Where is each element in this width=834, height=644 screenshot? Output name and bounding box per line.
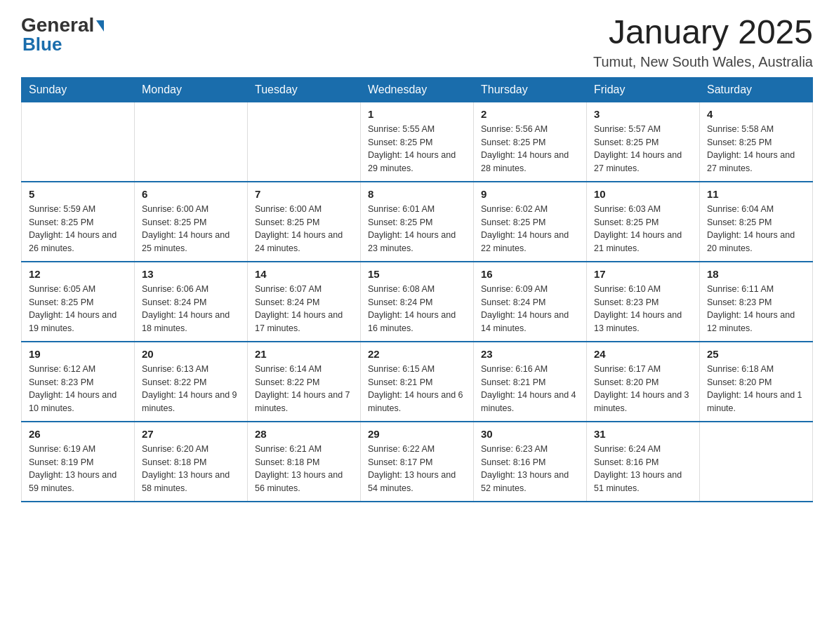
day-number: 25 [707,348,805,360]
calendar-cell: 4Sunrise: 5:58 AMSunset: 8:25 PMDaylight… [700,102,813,182]
calendar-cell: 14Sunrise: 6:07 AMSunset: 8:24 PMDayligh… [248,262,361,342]
day-number: 23 [481,348,579,360]
day-number: 30 [481,428,579,440]
day-number: 21 [255,348,353,360]
calendar-cell: 8Sunrise: 6:01 AMSunset: 8:25 PMDaylight… [361,182,474,262]
day-info: Sunrise: 6:10 AMSunset: 8:23 PMDaylight:… [594,283,692,335]
day-header-row: SundayMondayTuesdayWednesdayThursdayFrid… [22,77,813,102]
day-info: Sunrise: 6:18 AMSunset: 8:20 PMDaylight:… [707,363,805,415]
calendar-week-3: 19Sunrise: 6:12 AMSunset: 8:23 PMDayligh… [22,342,813,422]
day-info: Sunrise: 6:11 AMSunset: 8:23 PMDaylight:… [707,283,805,335]
day-number: 5 [29,188,127,200]
day-header-tuesday: Tuesday [248,77,361,102]
calendar-cell: 17Sunrise: 6:10 AMSunset: 8:23 PMDayligh… [587,262,700,342]
day-header-monday: Monday [135,77,248,102]
calendar-cell: 13Sunrise: 6:06 AMSunset: 8:24 PMDayligh… [135,262,248,342]
day-header-wednesday: Wednesday [361,77,474,102]
day-number: 8 [368,188,466,200]
day-info: Sunrise: 6:17 AMSunset: 8:20 PMDaylight:… [594,363,692,415]
day-number: 10 [594,188,692,200]
day-number: 26 [29,428,127,440]
calendar-cell: 30Sunrise: 6:23 AMSunset: 8:16 PMDayligh… [474,422,587,502]
calendar-cell: 6Sunrise: 6:00 AMSunset: 8:25 PMDaylight… [135,182,248,262]
day-number: 18 [707,268,805,280]
calendar-cell [135,102,248,182]
day-info: Sunrise: 6:24 AMSunset: 8:16 PMDaylight:… [594,443,692,495]
day-info: Sunrise: 5:57 AMSunset: 8:25 PMDaylight:… [594,123,692,175]
calendar-cell: 23Sunrise: 6:16 AMSunset: 8:21 PMDayligh… [474,342,587,422]
main-title: January 2025 [593,14,813,51]
calendar-cell: 7Sunrise: 6:00 AMSunset: 8:25 PMDaylight… [248,182,361,262]
logo-blue-text: Blue [22,34,62,55]
day-number: 12 [29,268,127,280]
day-number: 6 [142,188,240,200]
day-info: Sunrise: 6:14 AMSunset: 8:22 PMDaylight:… [255,363,353,415]
calendar-cell: 15Sunrise: 6:08 AMSunset: 8:24 PMDayligh… [361,262,474,342]
day-info: Sunrise: 6:21 AMSunset: 8:18 PMDaylight:… [255,443,353,495]
day-info: Sunrise: 5:55 AMSunset: 8:25 PMDaylight:… [368,123,466,175]
calendar-cell [22,102,135,182]
day-header-thursday: Thursday [474,77,587,102]
day-info: Sunrise: 6:01 AMSunset: 8:25 PMDaylight:… [368,203,466,255]
day-number: 20 [142,348,240,360]
subtitle: Tumut, New South Wales, Australia [593,54,813,70]
day-number: 9 [481,188,579,200]
day-number: 29 [368,428,466,440]
calendar-header: SundayMondayTuesdayWednesdayThursdayFrid… [22,77,813,102]
calendar-cell: 21Sunrise: 6:14 AMSunset: 8:22 PMDayligh… [248,342,361,422]
calendar-cell [700,422,813,502]
day-info: Sunrise: 5:59 AMSunset: 8:25 PMDaylight:… [29,203,127,255]
day-info: Sunrise: 6:07 AMSunset: 8:24 PMDaylight:… [255,283,353,335]
calendar-cell: 22Sunrise: 6:15 AMSunset: 8:21 PMDayligh… [361,342,474,422]
calendar-cell: 29Sunrise: 6:22 AMSunset: 8:17 PMDayligh… [361,422,474,502]
calendar-cell: 11Sunrise: 6:04 AMSunset: 8:25 PMDayligh… [700,182,813,262]
day-info: Sunrise: 6:03 AMSunset: 8:25 PMDaylight:… [594,203,692,255]
calendar-cell [248,102,361,182]
day-info: Sunrise: 6:09 AMSunset: 8:24 PMDaylight:… [481,283,579,335]
calendar-week-2: 12Sunrise: 6:05 AMSunset: 8:25 PMDayligh… [22,262,813,342]
calendar-cell: 20Sunrise: 6:13 AMSunset: 8:22 PMDayligh… [135,342,248,422]
calendar-cell: 2Sunrise: 5:56 AMSunset: 8:25 PMDaylight… [474,102,587,182]
calendar-week-0: 1Sunrise: 5:55 AMSunset: 8:25 PMDaylight… [22,102,813,182]
day-info: Sunrise: 6:19 AMSunset: 8:19 PMDaylight:… [29,443,127,495]
page-header: General Blue January 2025 Tumut, New Sou… [21,14,813,70]
day-info: Sunrise: 6:08 AMSunset: 8:24 PMDaylight:… [368,283,466,335]
day-header-sunday: Sunday [22,77,135,102]
day-info: Sunrise: 5:58 AMSunset: 8:25 PMDaylight:… [707,123,805,175]
day-header-friday: Friday [587,77,700,102]
title-section: January 2025 Tumut, New South Wales, Aus… [593,14,813,70]
day-info: Sunrise: 6:22 AMSunset: 8:17 PMDaylight:… [368,443,466,495]
day-number: 27 [142,428,240,440]
calendar-cell: 12Sunrise: 6:05 AMSunset: 8:25 PMDayligh… [22,262,135,342]
calendar-cell: 26Sunrise: 6:19 AMSunset: 8:19 PMDayligh… [22,422,135,502]
day-number: 4 [707,108,805,120]
day-number: 1 [368,108,466,120]
day-info: Sunrise: 6:23 AMSunset: 8:16 PMDaylight:… [481,443,579,495]
day-info: Sunrise: 6:12 AMSunset: 8:23 PMDaylight:… [29,363,127,415]
day-number: 11 [707,188,805,200]
calendar-cell: 16Sunrise: 6:09 AMSunset: 8:24 PMDayligh… [474,262,587,342]
calendar-cell: 18Sunrise: 6:11 AMSunset: 8:23 PMDayligh… [700,262,813,342]
calendar-cell: 24Sunrise: 6:17 AMSunset: 8:20 PMDayligh… [587,342,700,422]
day-number: 7 [255,188,353,200]
calendar-cell: 28Sunrise: 6:21 AMSunset: 8:18 PMDayligh… [248,422,361,502]
calendar-cell: 19Sunrise: 6:12 AMSunset: 8:23 PMDayligh… [22,342,135,422]
calendar-cell: 3Sunrise: 5:57 AMSunset: 8:25 PMDaylight… [587,102,700,182]
calendar-week-1: 5Sunrise: 5:59 AMSunset: 8:25 PMDaylight… [22,182,813,262]
day-info: Sunrise: 5:56 AMSunset: 8:25 PMDaylight:… [481,123,579,175]
day-info: Sunrise: 6:13 AMSunset: 8:22 PMDaylight:… [142,363,240,415]
day-number: 31 [594,428,692,440]
day-number: 16 [481,268,579,280]
calendar-cell: 5Sunrise: 5:59 AMSunset: 8:25 PMDaylight… [22,182,135,262]
day-number: 28 [255,428,353,440]
day-info: Sunrise: 6:20 AMSunset: 8:18 PMDaylight:… [142,443,240,495]
day-number: 15 [368,268,466,280]
calendar-cell: 27Sunrise: 6:20 AMSunset: 8:18 PMDayligh… [135,422,248,502]
logo-triangle-icon [96,20,104,32]
logo: General Blue [21,14,104,55]
day-header-saturday: Saturday [700,77,813,102]
day-info: Sunrise: 6:15 AMSunset: 8:21 PMDaylight:… [368,363,466,415]
day-info: Sunrise: 6:06 AMSunset: 8:24 PMDaylight:… [142,283,240,335]
calendar-cell: 10Sunrise: 6:03 AMSunset: 8:25 PMDayligh… [587,182,700,262]
day-info: Sunrise: 6:05 AMSunset: 8:25 PMDaylight:… [29,283,127,335]
